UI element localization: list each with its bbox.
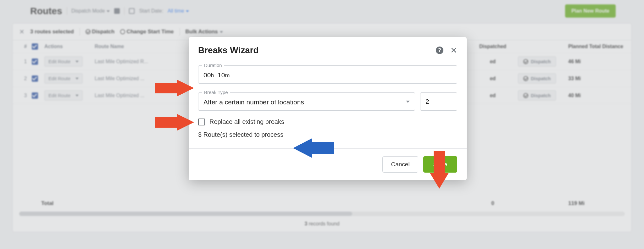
duration-minutes: 10 (218, 71, 225, 79)
svg-marker-3 (430, 151, 449, 189)
break-type-legend: Break Type (202, 90, 230, 95)
modal-body: Duration 00h 10m Break Type After a cert… (189, 62, 467, 148)
annotation-arrow-replace (291, 138, 334, 158)
duration-hours: 00 (203, 71, 211, 79)
break-type-select[interactable]: Break Type After a certain number of loc… (198, 92, 415, 111)
cancel-button[interactable]: Cancel (382, 156, 418, 173)
annotation-arrow-duration (155, 80, 196, 98)
close-icon[interactable]: ✕ (450, 46, 457, 55)
routes-selected-info: 3 Route(s) selected to process (198, 131, 457, 138)
break-type-value: After a certain number of locations (203, 98, 304, 106)
replace-breaks-label: Replace all existing breaks (209, 118, 284, 125)
annotation-arrow-break-type (155, 114, 196, 133)
break-type-number-input[interactable]: 2 (420, 92, 457, 111)
modal-header: Breaks Wizard ? ✕ (189, 37, 467, 62)
duration-legend: Duration (202, 63, 224, 68)
modal-title: Breaks Wizard (198, 45, 259, 55)
breaks-wizard-modal: Breaks Wizard ? ✕ Duration 00h 10m Break… (189, 37, 467, 180)
duration-field[interactable]: Duration 00h 10m (198, 65, 457, 84)
chevron-down-icon (406, 101, 410, 104)
svg-marker-2 (293, 138, 334, 158)
svg-marker-1 (155, 114, 194, 131)
help-icon[interactable]: ? (436, 47, 443, 54)
svg-marker-0 (155, 80, 194, 97)
annotation-arrow-save (430, 151, 449, 190)
replace-breaks-checkbox[interactable] (198, 119, 205, 125)
